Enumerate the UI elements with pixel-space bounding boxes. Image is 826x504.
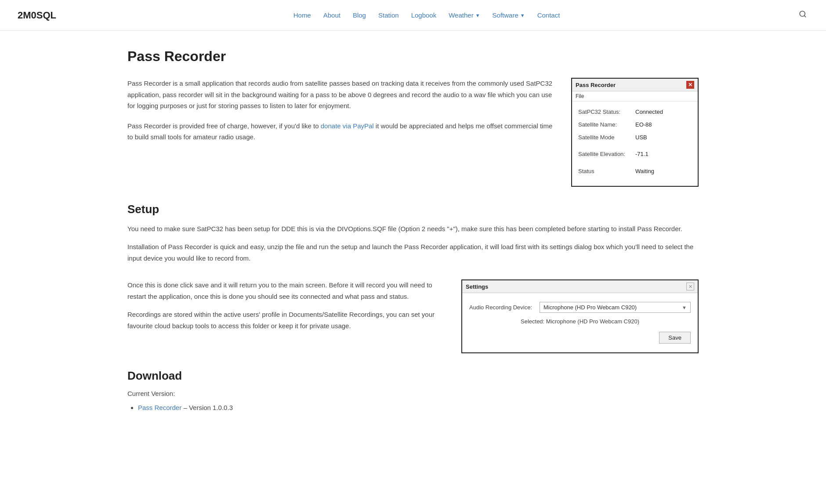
app-label-satname: Satellite Name: bbox=[578, 120, 635, 130]
app-value-elevation: -71.1 bbox=[635, 150, 648, 159]
nav-software-dropdown[interactable]: Software ▼ bbox=[493, 11, 525, 19]
settings-audio-row: Audio Recording Device: Microphone (HD P… bbox=[469, 302, 691, 313]
app-menu-file[interactable]: File bbox=[576, 93, 584, 99]
app-row-satname: Satellite Name: EO-88 bbox=[578, 120, 692, 130]
chevron-down-icon: ▼ bbox=[475, 13, 480, 18]
search-button[interactable] bbox=[797, 8, 808, 22]
dropdown-chevron-icon: ▼ bbox=[682, 305, 687, 310]
app-value-satpc32: Connected bbox=[635, 108, 663, 117]
settings-save-button[interactable]: Save bbox=[659, 332, 691, 344]
app-close-button[interactable]: ✕ bbox=[686, 81, 694, 89]
nav-weather-dropdown[interactable]: Weather ▼ bbox=[449, 11, 480, 19]
site-logo[interactable]: 2M0SQL bbox=[18, 10, 56, 21]
app-title: Pass Recorder bbox=[576, 82, 616, 88]
download-heading: Download bbox=[127, 369, 699, 383]
app-label-status: Status bbox=[578, 167, 635, 176]
intro-text: Pass Recorder is a small application tha… bbox=[127, 78, 554, 152]
settings-close-button[interactable]: ✕ bbox=[686, 283, 694, 290]
app-value-satname: EO-88 bbox=[635, 120, 652, 130]
settings-paragraph-2: Recordings are stored within the active … bbox=[127, 309, 444, 331]
download-list: Pass Recorder – Version 1.0.0.3 bbox=[127, 402, 699, 413]
setup-paragraph-2: Installation of Pass Recorder is quick a… bbox=[127, 241, 699, 264]
intro-p2-prefix: Pass Recorder is provided free of charge… bbox=[127, 122, 319, 130]
page-title: Pass Recorder bbox=[127, 48, 699, 65]
settings-title: Settings bbox=[466, 283, 488, 290]
settings-titlebar: Settings ✕ bbox=[462, 280, 698, 293]
app-row-satmode: Satellite Mode USB bbox=[578, 133, 692, 142]
settings-dropdown[interactable]: Microphone (HD Pro Webcam C920) ▼ bbox=[540, 302, 691, 313]
app-menubar: File bbox=[572, 91, 698, 102]
settings-body: Audio Recording Device: Microphone (HD P… bbox=[462, 293, 698, 352]
intro-section: Pass Recorder is a small application tha… bbox=[127, 78, 699, 187]
svg-line-1 bbox=[804, 15, 805, 17]
app-titlebar: Pass Recorder ✕ bbox=[572, 79, 698, 91]
settings-selected-text: Selected: Microphone (HD Pro Webcam C920… bbox=[469, 318, 691, 325]
setup-paragraph-1: You need to make sure SatPC32 has been s… bbox=[127, 223, 699, 235]
download-list-item: Pass Recorder – Version 1.0.0.3 bbox=[138, 402, 699, 413]
settings-audio-label: Audio Recording Device: bbox=[469, 304, 540, 311]
settings-dropdown-value: Microphone (HD Pro Webcam C920) bbox=[543, 304, 637, 311]
intro-paragraph-1: Pass Recorder is a small application tha… bbox=[127, 78, 554, 112]
site-header: 2M0SQL Home About Blog Station Logbook W… bbox=[0, 0, 826, 31]
download-current-label: Current Version: bbox=[127, 390, 699, 397]
app-label-satpc32: SatPC32 Status: bbox=[578, 108, 635, 117]
app-row-satpc32: SatPC32 Status: Connected bbox=[578, 108, 692, 117]
nav-about[interactable]: About bbox=[323, 11, 341, 19]
download-version-text: – Version 1.0.0.3 bbox=[183, 404, 233, 411]
main-content: Pass Recorder Pass Recorder is a small a… bbox=[110, 31, 716, 456]
app-row-elevation: Satellite Elevation: -71.1 bbox=[578, 150, 692, 159]
download-link[interactable]: Pass Recorder bbox=[138, 404, 181, 411]
donate-link[interactable]: donate via PayPal bbox=[321, 122, 374, 130]
settings-screenshot: Settings ✕ Audio Recording Device: Micro… bbox=[461, 279, 699, 353]
nav-contact[interactable]: Contact bbox=[537, 11, 560, 19]
app-label-satmode: Satellite Mode bbox=[578, 133, 635, 142]
nav-home[interactable]: Home bbox=[293, 11, 311, 19]
setup-heading: Setup bbox=[127, 203, 699, 216]
app-row-status: Status Waiting bbox=[578, 167, 692, 176]
nav-blog[interactable]: Blog bbox=[353, 11, 366, 19]
chevron-down-icon: ▼ bbox=[520, 13, 525, 18]
settings-paragraph-1: Once this is done click save and it will… bbox=[127, 279, 444, 302]
settings-text: Once this is done click save and it will… bbox=[127, 279, 444, 338]
app-value-satmode: USB bbox=[635, 133, 647, 142]
download-section: Download Current Version: Pass Recorder … bbox=[127, 369, 699, 413]
app-label-elevation: Satellite Elevation: bbox=[578, 150, 635, 159]
nav-logbook[interactable]: Logbook bbox=[411, 11, 437, 19]
setup-section: Setup You need to make sure SatPC32 has … bbox=[127, 203, 699, 264]
app-body: SatPC32 Status: Connected Satellite Name… bbox=[572, 102, 698, 186]
app-value-status: Waiting bbox=[635, 167, 654, 176]
settings-save-row: Save bbox=[469, 332, 691, 344]
main-nav: Home About Blog Station Logbook Weather … bbox=[293, 11, 560, 19]
nav-station[interactable]: Station bbox=[378, 11, 399, 19]
intro-paragraph-2: Pass Recorder is provided free of charge… bbox=[127, 120, 554, 143]
app-screenshot: Pass Recorder ✕ File SatPC32 Status: Con… bbox=[571, 78, 699, 187]
settings-section: Once this is done click save and it will… bbox=[127, 279, 699, 353]
